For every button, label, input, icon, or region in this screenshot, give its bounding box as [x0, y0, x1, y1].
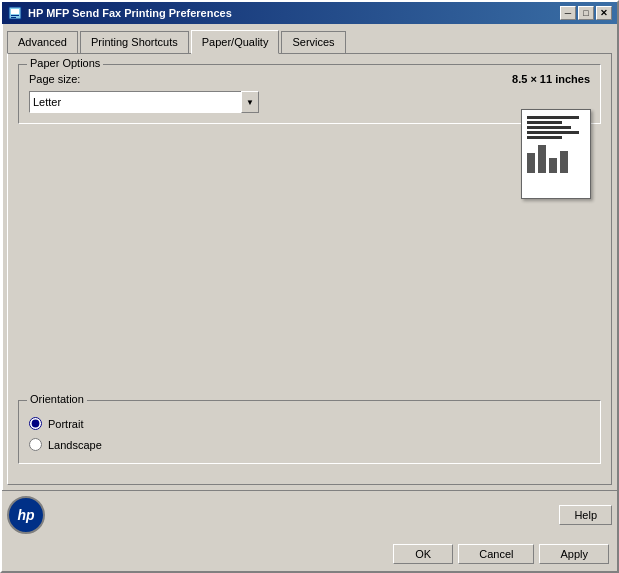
ok-button[interactable]: OK	[393, 544, 453, 564]
page-size-value: 8.5 × 11 inches	[512, 73, 590, 85]
tab-bar: Advanced Printing Shortcuts Paper/Qualit…	[7, 29, 612, 53]
landscape-radio-row: Landscape	[29, 438, 590, 451]
paper-preview	[521, 109, 591, 199]
preview-bar-4	[560, 151, 568, 173]
orientation-label: Orientation	[27, 393, 87, 405]
portrait-label[interactable]: Portrait	[48, 418, 83, 430]
tab-panel: Paper Options Page size: 8.5 × 11 inches…	[7, 53, 612, 485]
help-button[interactable]: Help	[559, 505, 612, 525]
orientation-group: Orientation Portrait Landscape	[18, 400, 601, 464]
page-size-row: Page size: 8.5 × 11 inches	[29, 73, 590, 85]
preview-line-2	[527, 121, 562, 124]
apply-button[interactable]: Apply	[539, 544, 609, 564]
page-size-label: Page size:	[29, 73, 80, 85]
svg-rect-1	[11, 9, 19, 14]
preview-bar-1	[527, 153, 535, 173]
preview-bar-3	[549, 158, 557, 173]
landscape-radio[interactable]	[29, 438, 42, 451]
landscape-label[interactable]: Landscape	[48, 439, 102, 451]
preview-chart	[522, 146, 590, 176]
preview-line-5	[527, 136, 562, 139]
minimize-button[interactable]: ─	[560, 6, 576, 20]
hp-logo: hp	[7, 496, 45, 534]
title-controls: ─ □ ✕	[560, 6, 612, 20]
paper-size-select[interactable]: Letter A4 Legal A3 Tabloid	[29, 91, 259, 113]
paper-size-select-wrapper: Letter A4 Legal A3 Tabloid	[29, 91, 259, 113]
dialog-buttons: OK Cancel Apply	[2, 539, 617, 571]
bottom-bar: hp Help	[2, 490, 617, 539]
paper-options-group: Paper Options Page size: 8.5 × 11 inches…	[18, 64, 601, 124]
cancel-button[interactable]: Cancel	[458, 544, 534, 564]
preview-lines	[522, 110, 590, 146]
close-button[interactable]: ✕	[596, 6, 612, 20]
app-icon	[7, 5, 23, 21]
svg-rect-3	[11, 17, 16, 18]
portrait-radio[interactable]	[29, 417, 42, 430]
preview-line-1	[527, 116, 579, 119]
maximize-button[interactable]: □	[578, 6, 594, 20]
tab-paper-quality[interactable]: Paper/Quality	[191, 30, 280, 54]
title-bar-left: HP MFP Send Fax Printing Preferences	[7, 5, 232, 21]
paper-options-label: Paper Options	[27, 57, 103, 69]
window-content: Advanced Printing Shortcuts Paper/Qualit…	[2, 24, 617, 490]
svg-rect-2	[11, 15, 19, 16]
main-window: HP MFP Send Fax Printing Preferences ─ □…	[0, 0, 619, 573]
hp-logo-text: hp	[17, 507, 34, 523]
window-title: HP MFP Send Fax Printing Preferences	[28, 7, 232, 19]
tab-services[interactable]: Services	[281, 31, 345, 53]
tab-advanced[interactable]: Advanced	[7, 31, 78, 53]
spacer	[18, 134, 601, 400]
portrait-radio-row: Portrait	[29, 417, 590, 430]
preview-bar-2	[538, 145, 546, 173]
tab-shortcuts[interactable]: Printing Shortcuts	[80, 31, 189, 53]
title-bar: HP MFP Send Fax Printing Preferences ─ □…	[2, 2, 617, 24]
preview-line-3	[527, 126, 571, 129]
preview-line-4	[527, 131, 579, 134]
